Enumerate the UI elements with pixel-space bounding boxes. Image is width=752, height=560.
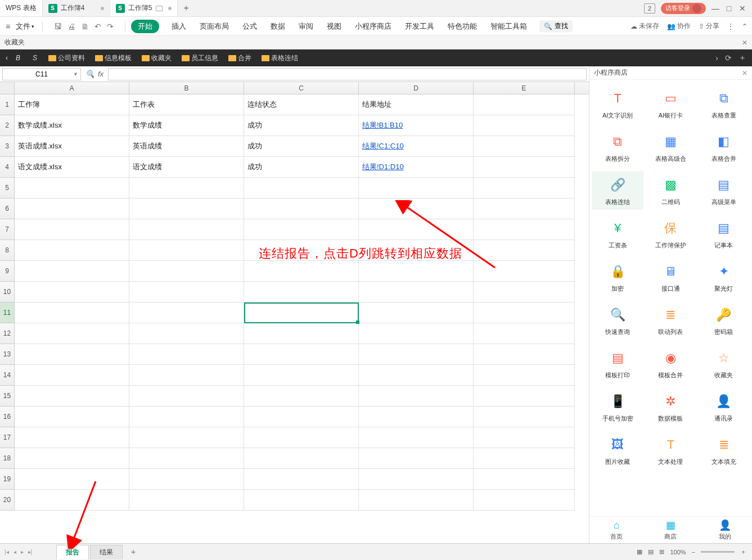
- tab-formula[interactable]: 公式: [241, 19, 258, 34]
- view-break-icon[interactable]: ⊞: [659, 548, 664, 556]
- cell[interactable]: [244, 323, 359, 344]
- add-folder-icon[interactable]: ＋: [739, 53, 746, 63]
- cell[interactable]: [244, 240, 359, 261]
- folder-favorites[interactable]: 收藏夹: [138, 53, 175, 63]
- cell[interactable]: [359, 490, 474, 511]
- zoom-in-icon[interactable]: ＋: [740, 548, 746, 556]
- add-sheet-button[interactable]: ＋: [124, 547, 143, 557]
- fx-label[interactable]: 🔍 fx: [81, 70, 108, 78]
- cell[interactable]: [15, 261, 129, 282]
- cell[interactable]: [129, 490, 244, 511]
- cell[interactable]: [359, 386, 474, 407]
- row-header[interactable]: 7: [0, 219, 15, 240]
- tab-review[interactable]: 审阅: [298, 19, 314, 34]
- print-icon[interactable]: 🖨: [67, 22, 75, 31]
- col-header-D[interactable]: D: [359, 82, 474, 94]
- cell[interactable]: [129, 427, 244, 448]
- sheet-nav-prev-icon[interactable]: ◂: [13, 549, 16, 555]
- mini-app-item[interactable]: 📱手机号加密: [592, 387, 643, 426]
- tab-pagelayout[interactable]: 页面布局: [199, 19, 230, 34]
- cell[interactable]: [474, 490, 575, 511]
- cell[interactable]: 语文成绩: [129, 157, 244, 178]
- cell[interactable]: [244, 344, 359, 365]
- cell[interactable]: 数学成绩.xlsx: [15, 115, 129, 136]
- col-header-E[interactable]: E: [474, 82, 575, 94]
- search-box[interactable]: 🔍 查找: [539, 20, 573, 32]
- cell[interactable]: [129, 178, 244, 198]
- cell-reference-box[interactable]: C11 ▼: [2, 68, 81, 80]
- cell[interactable]: [244, 261, 359, 282]
- col-header-A[interactable]: A: [15, 82, 129, 94]
- tab-features[interactable]: 特色功能: [447, 19, 478, 34]
- cell[interactable]: [359, 427, 474, 448]
- favorites-close-icon[interactable]: ✕: [742, 39, 748, 47]
- maximize-button[interactable]: □: [725, 4, 733, 12]
- window-count-badge[interactable]: 2: [644, 3, 655, 13]
- sheet-tab-result[interactable]: 结果: [90, 545, 123, 559]
- login-button[interactable]: 访客登录: [661, 3, 706, 14]
- cell[interactable]: [129, 240, 244, 261]
- zoom-value[interactable]: 100%: [670, 549, 686, 556]
- back-icon[interactable]: ‹: [6, 54, 8, 62]
- cell[interactable]: [474, 365, 575, 386]
- cell[interactable]: 成功: [244, 157, 359, 178]
- mini-app-item[interactable]: ☆收藏夹: [698, 344, 750, 383]
- mini-app-item[interactable]: ¥工资条: [592, 214, 643, 253]
- cell[interactable]: 英语成绩.xlsx: [15, 136, 129, 157]
- cell[interactable]: [244, 407, 359, 427]
- cell[interactable]: 结果!D1:D10: [359, 157, 474, 178]
- cell[interactable]: [15, 469, 129, 490]
- cell[interactable]: [474, 469, 575, 490]
- col-header-C[interactable]: C: [244, 82, 359, 94]
- cell[interactable]: [474, 261, 575, 282]
- file-menu[interactable]: 文件 ▾: [13, 21, 37, 31]
- cell[interactable]: [15, 323, 129, 344]
- sheet-tab-report[interactable]: 报告: [56, 545, 89, 559]
- coop-button[interactable]: 👥 协作: [667, 21, 691, 31]
- row-header[interactable]: 12: [0, 323, 15, 344]
- cell[interactable]: [244, 178, 359, 198]
- row-header[interactable]: 3: [0, 136, 15, 157]
- row-header[interactable]: 14: [0, 365, 15, 386]
- close-button[interactable]: ✕: [739, 4, 746, 12]
- minimize-button[interactable]: —: [712, 4, 719, 12]
- cell[interactable]: [474, 344, 575, 365]
- nav-mine[interactable]: 👤我的: [719, 519, 731, 541]
- tab-ministore[interactable]: 小程序商店: [354, 19, 393, 34]
- mini-app-item[interactable]: ▭AI银行卡: [645, 84, 696, 123]
- next-icon[interactable]: ›: [715, 53, 718, 62]
- mini-app-item[interactable]: ▤模板打印: [592, 344, 643, 383]
- cell[interactable]: [129, 261, 244, 282]
- doc-tab-1[interactable]: S 工作簿4: [43, 0, 110, 16]
- cell[interactable]: 数学成绩: [129, 115, 244, 136]
- mini-app-item[interactable]: ✦聚光灯: [698, 258, 750, 296]
- cell[interactable]: [244, 198, 359, 219]
- row-header[interactable]: 19: [0, 469, 15, 490]
- cell[interactable]: [129, 365, 244, 386]
- mini-app-item[interactable]: 🖥接口通: [645, 258, 696, 296]
- cell[interactable]: [15, 365, 129, 386]
- cell[interactable]: [474, 282, 575, 302]
- tab-insert[interactable]: 插入: [170, 19, 187, 34]
- cell[interactable]: [129, 344, 244, 365]
- cell[interactable]: [129, 448, 244, 469]
- cell[interactable]: [359, 469, 474, 490]
- cell[interactable]: [244, 219, 359, 240]
- row-header[interactable]: 5: [0, 178, 15, 198]
- cell[interactable]: [244, 365, 359, 386]
- spreadsheet-grid[interactable]: A B C D E 1工作簿工作表连结状态结果地址2数学成绩.xlsx数学成绩成…: [0, 82, 589, 543]
- cell[interactable]: [359, 323, 474, 344]
- folder-company[interactable]: 公司资料: [45, 53, 88, 63]
- row-header[interactable]: 10: [0, 282, 15, 302]
- mini-app-item[interactable]: ▤高级菜单: [698, 171, 750, 210]
- cell[interactable]: [15, 344, 129, 365]
- row-header[interactable]: 15: [0, 386, 15, 407]
- folder-template[interactable]: 信息模板: [92, 53, 135, 63]
- cell[interactable]: [474, 94, 575, 115]
- mini-app-item[interactable]: ⧉表格查重: [698, 84, 750, 123]
- strike-s[interactable]: S: [28, 54, 42, 62]
- cell[interactable]: [474, 198, 575, 219]
- tab-dev[interactable]: 开发工具: [404, 19, 435, 34]
- mini-app-item[interactable]: ▩二维码: [645, 171, 696, 210]
- cell[interactable]: 成功: [244, 136, 359, 157]
